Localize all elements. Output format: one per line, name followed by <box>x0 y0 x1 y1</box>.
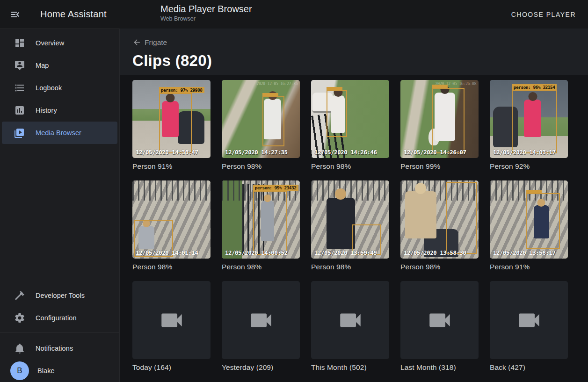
clip-label: Person 91% <box>490 263 568 271</box>
folder-card-today-164-[interactable]: Today (164) <box>132 281 211 372</box>
clip-card[interactable]: 12/05/2020 14:26:46 Person 98% <box>311 80 389 171</box>
detection-bounding-box: person: 97% 29988 <box>159 93 192 153</box>
clip-card[interactable]: 12/05/2020 13:58:30 Person 98% <box>400 180 479 271</box>
detection-bounding-box <box>446 182 477 254</box>
clip-thumbnail: 2020-12-05 16:26:08 12/05/2020 14:26:07 <box>400 80 479 158</box>
video-icon <box>247 307 275 334</box>
clip-thumbnail: person: 97% 29988 12/05/2020 14:38:47 <box>132 80 211 158</box>
folder-thumbnail <box>400 281 479 359</box>
sidebar-item-configuration[interactable]: Configuration <box>2 307 117 329</box>
clip-label: Person 98% <box>222 162 300 171</box>
person-silhouette <box>327 198 355 249</box>
clip-thumbnail: 12/05/2020 13:58:17 <box>490 180 568 259</box>
folder-card-this-month-502-[interactable]: This Month (502) <box>311 281 389 372</box>
detection-tag: person: 96% 32154 <box>512 84 557 90</box>
sidebar-item-label: Media Browser <box>36 129 81 137</box>
clip-card[interactable]: person: 97% 29988 12/05/2020 14:38:47 Pe… <box>132 80 211 171</box>
folder-thumbnail <box>311 281 389 359</box>
detection-bounding-box: person: 96% 32154 <box>512 90 557 153</box>
breadcrumb-frigate[interactable]: Frigate <box>132 37 167 48</box>
clip-timestamp-overlay: 12/05/2020 14:26:07 <box>404 149 466 156</box>
clip-card[interactable]: person: 96% 32154 12/05/2020 14:03:17 Pe… <box>490 80 568 171</box>
detection-tag: person: 97% 29988 <box>159 87 204 93</box>
clip-label: Person 91% <box>132 162 211 171</box>
sidebar-item-logbook[interactable]: Logbook <box>2 77 117 99</box>
sidebar-item-label: History <box>36 107 57 114</box>
clips-page-title: Clips (820) <box>132 52 588 70</box>
sidebar: Overview Map Logbook History Media Brows… <box>0 29 120 382</box>
detection-tag <box>526 190 542 193</box>
media-grid: person: 97% 29988 12/05/2020 14:38:47 Pe… <box>132 80 588 372</box>
clip-label: Person 98% <box>132 263 211 271</box>
folder-card-back-427-[interactable]: Back (427) <box>490 281 568 372</box>
folder-card-yesterday-209-[interactable]: Yesterday (209) <box>222 281 300 372</box>
scene-rail <box>132 180 211 201</box>
clip-card[interactable]: 12/05/2020 14:01:14 Person 98% <box>132 180 211 271</box>
clip-card[interactable]: 12/05/2020 13:58:17 Person 91% <box>490 180 568 271</box>
clip-timestamp-overlay: 12/05/2020 14:38:47 <box>136 149 198 156</box>
choose-player-button[interactable]: CHOOSE PLAYER <box>508 7 580 22</box>
main-panel: Frigate Clips (820) person: 97% 29988 12… <box>120 29 588 382</box>
folder-label: This Month (502) <box>311 363 389 372</box>
clip-timestamp-overlay: 12/05/2020 14:27:35 <box>225 149 288 156</box>
detection-tag <box>432 85 448 88</box>
user-avatar: B <box>10 361 29 380</box>
clip-label: Person 98% <box>311 162 389 171</box>
breadcrumb-label: Frigate <box>145 38 167 47</box>
map-account-icon <box>14 60 25 71</box>
clip-card[interactable]: person: 95% 23432 12/05/2020 14:00:52 Pe… <box>222 180 300 271</box>
folder-label: Last Month (318) <box>400 363 479 372</box>
clip-card[interactable]: 12/05/2020 13:59:49 Person 98% <box>311 180 389 271</box>
sidebar-item-history[interactable]: History <box>2 99 117 122</box>
clip-thumbnail: 2020-12-05 16:27:35 12/05/2020 14:27:35 <box>222 80 300 158</box>
hammer-icon <box>14 290 25 301</box>
page-subtitle: Web Browser <box>160 15 252 22</box>
camera-osd-timestamp: 2020-12-05 16:27:35 <box>256 81 298 86</box>
folder-card-last-month-318-[interactable]: Last Month (318) <box>400 281 479 372</box>
sidebar-item-notifications[interactable]: Notifications <box>2 337 117 360</box>
sidebar-item-label: Map <box>36 62 49 69</box>
clip-timestamp-overlay: 12/05/2020 14:03:17 <box>493 149 556 156</box>
video-icon <box>158 307 185 334</box>
folder-label: Back (427) <box>490 363 568 372</box>
detection-bounding-box <box>432 88 465 153</box>
sidebar-item-media-browser[interactable]: Media Browser <box>2 122 117 144</box>
clip-thumbnail: person: 95% 23432 12/05/2020 14:00:52 <box>222 180 300 259</box>
chart-box-icon <box>14 105 25 116</box>
sidebar-item-overview[interactable]: Overview <box>2 32 117 54</box>
clip-thumbnail: 12/05/2020 14:01:14 <box>132 180 211 259</box>
sidebar-item-developer-tools[interactable]: Developer Tools <box>2 284 117 307</box>
clip-thumbnail: 12/05/2020 13:59:49 <box>311 180 389 259</box>
clip-timestamp-overlay: 12/05/2020 13:58:30 <box>404 249 466 256</box>
sidebar-item-label: Blake <box>37 367 55 375</box>
dashboard-icon <box>14 37 25 49</box>
detection-tag <box>262 93 278 96</box>
dashboard-icon <box>14 37 25 49</box>
main-header: Frigate Clips (820) <box>120 29 588 75</box>
sidebar-item-profile[interactable]: B Blake <box>2 360 117 382</box>
page-heading: Media Player Browser Web Browser <box>160 4 252 22</box>
clip-timestamp-overlay: 12/05/2020 14:01:14 <box>136 249 198 256</box>
clip-label: Person 98% <box>400 263 479 271</box>
clip-timestamp-overlay: 12/05/2020 13:59:49 <box>314 249 377 256</box>
sidebar-spacer <box>0 144 119 284</box>
detection-bounding-box <box>327 90 347 137</box>
clip-thumbnail: person: 96% 32154 12/05/2020 14:03:17 <box>490 80 568 158</box>
hammer-icon <box>14 290 25 301</box>
clip-card[interactable]: 2020-12-05 16:27:35 12/05/2020 14:27:35 … <box>222 80 300 171</box>
sidebar-divider <box>0 332 119 332</box>
sidebar-item-label: Notifications <box>36 345 73 352</box>
menu-open-icon[interactable] <box>4 3 26 26</box>
play-box-multiple-icon <box>14 127 25 138</box>
folder-thumbnail <box>222 281 300 359</box>
clip-thumbnail: 12/05/2020 14:26:46 <box>311 80 389 158</box>
clip-card[interactable]: 2020-12-05 16:26:08 12/05/2020 14:26:07 … <box>400 80 479 171</box>
sidebar-item-label: Logbook <box>36 84 62 92</box>
video-icon <box>337 307 364 334</box>
clip-label: Person 98% <box>311 263 389 271</box>
home-assistant-app: Home Assistant Media Player Browser Web … <box>0 0 588 382</box>
sidebar-item-label: Configuration <box>36 314 77 322</box>
list-bulleted-icon <box>14 82 25 94</box>
map-account-icon <box>14 60 25 71</box>
sidebar-item-map[interactable]: Map <box>2 54 117 77</box>
